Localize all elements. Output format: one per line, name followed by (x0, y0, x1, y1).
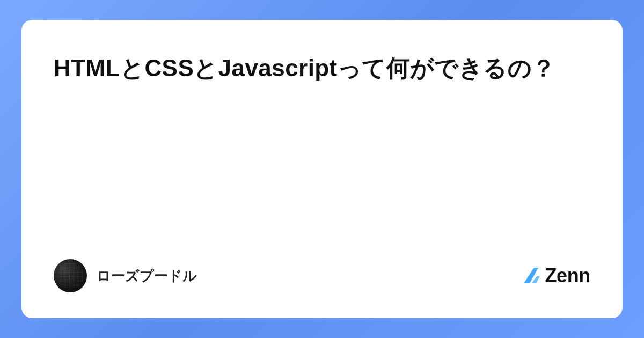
brand-name: Zenn (545, 264, 590, 287)
og-card: HTMLとCSSとJavascriptって何ができるの？ ローズプードル Zen… (21, 20, 623, 318)
author-block: ローズプードル (54, 259, 197, 292)
author-name: ローズプードル (97, 267, 197, 285)
card-footer: ローズプードル Zenn (54, 259, 590, 292)
author-avatar-icon (54, 259, 87, 292)
zenn-mark-icon (522, 266, 541, 285)
article-title: HTMLとCSSとJavascriptって何ができるの？ (54, 50, 590, 86)
brand-logo: Zenn (522, 264, 590, 287)
